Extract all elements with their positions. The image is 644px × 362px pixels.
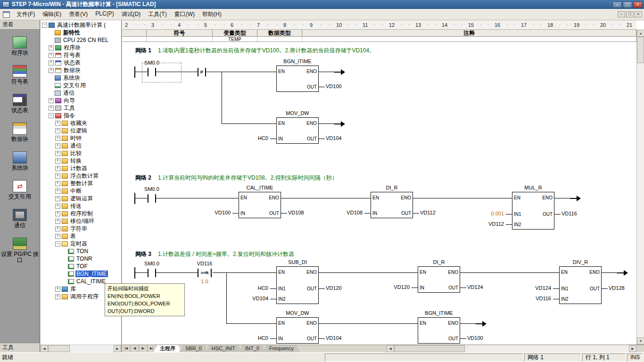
tree-expander[interactable]: +	[55, 294, 60, 299]
lad-box[interactable]: ENENOINOUT	[371, 192, 413, 218]
tree-expander[interactable]: +	[55, 226, 60, 231]
tree-item[interactable]: +向导	[41, 97, 121, 104]
tree-item[interactable]: +字符串	[41, 225, 121, 232]
tree-item[interactable]: +程序控制	[41, 210, 121, 217]
lad-contact[interactable]: P	[198, 68, 206, 76]
lad-contact[interactable]	[148, 194, 156, 203]
viewbar-top-header[interactable]: 查看	[0, 20, 40, 30]
tree-expander[interactable]: +	[55, 219, 60, 224]
tree-item[interactable]: +状态表	[41, 59, 121, 66]
tree-item[interactable]: 通信	[41, 89, 121, 97]
tree-item[interactable]: TON	[41, 247, 121, 255]
tree-item[interactable]: TONR	[41, 255, 121, 263]
tree-item[interactable]: +移位/循环	[41, 217, 121, 225]
viewbar-item[interactable]: 符号表	[0, 65, 40, 85]
mdi-close-button[interactable]: ×	[635, 11, 642, 17]
viewbar-bottom-header[interactable]: 工具	[0, 343, 40, 352]
lad-contact[interactable]: >=R	[198, 269, 212, 277]
tree-expander[interactable]: +	[55, 128, 60, 133]
tree-item[interactable]: +逻辑运算	[41, 195, 121, 202]
tree-item[interactable]: +比较	[41, 149, 121, 157]
tree-expander[interactable]: +	[49, 68, 54, 73]
menu-item[interactable]: 窗口(W)	[171, 9, 198, 20]
pou-tab[interactable]: 主程序	[154, 345, 182, 352]
tree-expander[interactable]: −	[42, 23, 47, 28]
menu-item[interactable]: 文件(F)	[13, 9, 39, 20]
maximize-button[interactable]: □	[623, 1, 632, 8]
tree-item[interactable]: +工具	[41, 104, 121, 112]
menu-item[interactable]: 调试(D)	[118, 9, 145, 20]
tree-item[interactable]: +时钟	[41, 134, 121, 142]
tree-item[interactable]: +收藏夹	[41, 119, 121, 127]
tree-item[interactable]: 新特性	[41, 29, 121, 36]
viewbar-item[interactable]: 程序块	[0, 36, 40, 56]
lad-box[interactable]: ENENOOUT	[276, 66, 319, 92]
tree-expander[interactable]: +	[55, 136, 60, 141]
tree-expander[interactable]: +	[49, 98, 54, 103]
close-button[interactable]: ×	[633, 1, 643, 8]
lad-box[interactable]: ENENOIN1IN2OUT	[512, 192, 554, 230]
tree-expander[interactable]: −	[55, 241, 60, 247]
editor-hscrollbar-track[interactable]	[394, 345, 629, 352]
tree-expander[interactable]: +	[55, 181, 60, 186]
editor-hscrollbar-thumb[interactable]	[394, 345, 465, 352]
tab-scroll-next-button[interactable]: ▶	[139, 345, 148, 352]
lad-box[interactable]: ENENOINOUT	[276, 117, 319, 144]
variable-table-row[interactable]: TEMP	[122, 37, 636, 42]
tree-item[interactable]: +浮点数计算	[41, 172, 121, 180]
tree-item[interactable]: +传送	[41, 202, 121, 210]
tree-item[interactable]: 系统块	[41, 74, 121, 82]
tree-item[interactable]: +整数计算	[41, 180, 121, 187]
tree-item[interactable]: +表	[41, 232, 121, 240]
mdi-minimize-button[interactable]: –	[618, 11, 625, 17]
tab-scroll-first-button[interactable]: |◀	[122, 345, 131, 352]
lad-box[interactable]: ENENOOUT	[418, 317, 460, 344]
tree-horizontal-scrollbar[interactable]: ◀ ▶	[41, 345, 121, 352]
viewbar-item[interactable]: 交叉引用	[0, 180, 40, 200]
editor-scrollbar-track[interactable]	[637, 63, 644, 337]
tree-item[interactable]: +数据块	[41, 66, 121, 74]
tree-item[interactable]: CPU 226 CN REL	[41, 36, 121, 44]
minimize-button[interactable]: –	[612, 1, 622, 8]
editor-scrollbar-thumb[interactable]	[637, 37, 644, 63]
tree-expander[interactable]: +	[55, 189, 60, 194]
tree-expander[interactable]: +	[49, 60, 54, 66]
menu-item[interactable]: 帮助(H)	[198, 9, 225, 20]
scroll-right-icon[interactable]: ▶	[114, 345, 121, 352]
tree-item[interactable]: −高速计数频率计算 (	[41, 21, 121, 29]
tree-expander[interactable]: +	[55, 151, 60, 156]
viewbar-item[interactable]: 系统块	[0, 151, 40, 171]
tree-expander[interactable]: +	[55, 158, 60, 164]
tree-item[interactable]: +计数器	[41, 165, 121, 172]
tree-expander[interactable]: −	[49, 113, 54, 118]
tree-item[interactable]: −定时器	[41, 240, 121, 247]
tree-item[interactable]: +符号表	[41, 51, 121, 59]
tree-expander[interactable]: +	[49, 53, 54, 58]
viewbar-item[interactable]: 状态表	[0, 94, 40, 114]
menu-item[interactable]: PLC(P)	[91, 9, 117, 20]
scroll-up-icon[interactable]: ▲	[637, 30, 644, 37]
lad-contact[interactable]	[148, 269, 156, 277]
tree-item[interactable]: +通信	[41, 142, 121, 149]
menu-item[interactable]: 工具(T)	[144, 9, 170, 20]
tab-scroll-prev-button[interactable]: ◀	[131, 345, 139, 352]
pou-tab[interactable]: INT_0	[239, 345, 265, 352]
scroll-left-icon[interactable]: ◀	[387, 345, 394, 352]
tree-expander[interactable]: +	[55, 143, 60, 148]
tree-expander[interactable]: +	[55, 204, 60, 209]
tree-item[interactable]: +位逻辑	[41, 127, 121, 134]
lad-box[interactable]: ENENOINOUT	[239, 192, 281, 218]
lad-box[interactable]: ENENOIN1IN2OUT	[559, 266, 602, 304]
tree-expander[interactable]: +	[55, 121, 60, 126]
lad-box[interactable]: ENENOIN1IN2OUT	[276, 266, 319, 304]
document-icon[interactable]	[3, 11, 10, 18]
tree-expander[interactable]: +	[55, 173, 60, 179]
tree-item[interactable]: +中断	[41, 187, 121, 195]
tree-scrollbar-track[interactable]	[70, 345, 114, 352]
editor-vertical-scrollbar[interactable]: ▲ ▼	[636, 30, 644, 345]
tree-expander[interactable]: +	[49, 106, 54, 111]
menu-item[interactable]: 编辑(E)	[39, 9, 65, 20]
menu-item[interactable]: 查看(V)	[65, 9, 91, 20]
tree-expander[interactable]: +	[55, 196, 60, 201]
tree-expander[interactable]: +	[49, 45, 54, 50]
